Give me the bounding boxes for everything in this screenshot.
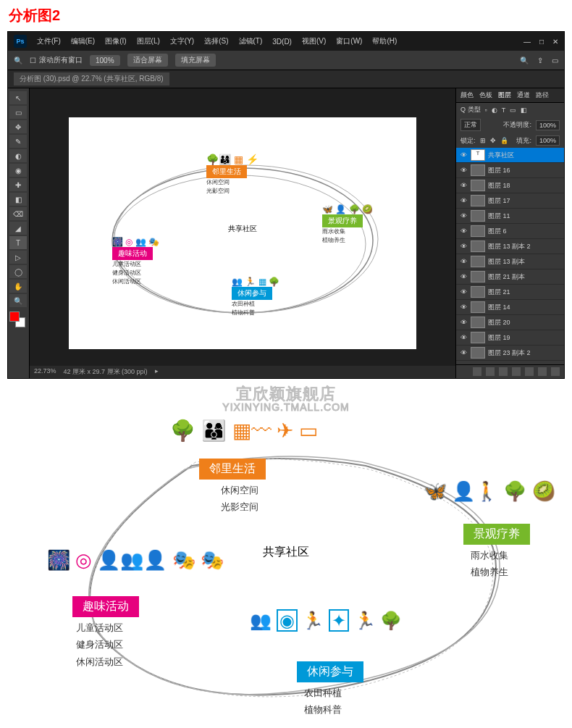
filter-type-icon[interactable]: T <box>502 106 506 114</box>
menu-file[interactable]: 文件(F) <box>37 36 61 46</box>
layer-name[interactable]: 图层 13 副本 <box>488 257 525 267</box>
layer-name[interactable]: 图层 16 <box>488 166 510 175</box>
layer-name[interactable]: 图层 18 <box>488 181 510 191</box>
adj-icon[interactable] <box>512 367 521 376</box>
layer-row[interactable]: 👁图层 16 <box>456 163 564 178</box>
layer-name[interactable]: 图层 17 <box>488 196 510 206</box>
maximize-icon[interactable]: □ <box>539 38 544 46</box>
tab-swatch[interactable]: 色板 <box>479 91 492 100</box>
layer-row[interactable]: 👁图层 11 <box>456 209 564 224</box>
blend-mode-select[interactable]: 正常 <box>460 119 481 131</box>
fit-screen-button[interactable]: 适合屏幕 <box>127 54 168 67</box>
visibility-icon[interactable]: 👁 <box>459 348 468 357</box>
visibility-icon[interactable]: 👁 <box>459 212 468 220</box>
filter-adj-icon[interactable]: ◐ <box>492 106 497 114</box>
scroll-all-windows-check[interactable]: ☐ 滚动所有窗口 <box>30 55 83 65</box>
menu-view[interactable]: 视图(V) <box>302 36 326 46</box>
visibility-icon[interactable]: 👁 <box>459 288 468 296</box>
layer-name[interactable]: 图层 14 <box>488 303 510 312</box>
visibility-icon[interactable]: 👁 <box>459 242 468 251</box>
layer-row[interactable]: 👁图层 21 <box>456 285 564 300</box>
layer-name[interactable]: 共享社区 <box>488 151 514 160</box>
tool-hand[interactable]: ✋ <box>9 280 27 293</box>
menu-3d[interactable]: 3D(D) <box>272 38 292 46</box>
layer-name[interactable]: 图层 21 副本 <box>488 272 525 282</box>
tool-zoom[interactable]: 🔍 <box>9 294 27 307</box>
fx-icon[interactable] <box>486 367 495 376</box>
visibility-icon[interactable]: 👁 <box>459 227 468 235</box>
layer-row[interactable]: 👁图层 23 副本 2 <box>456 346 564 361</box>
zoom-100-button[interactable]: 100% <box>90 55 120 66</box>
canvas-area[interactable]: 🌳👨‍👩‍👦 ▦ ⚡ 邻里生活 休闲空间 光影空间 🎆 ◎ 👥 🎭 趣味活动 儿… <box>30 88 455 378</box>
tool-type[interactable]: T <box>9 236 27 249</box>
visibility-icon[interactable]: 👁 <box>459 166 468 175</box>
layer-name[interactable]: 图层 21 <box>488 288 510 297</box>
lock-all-icon[interactable]: ⊞ <box>480 137 486 144</box>
share-icon[interactable]: ⇪ <box>537 57 543 64</box>
filter-smart-icon[interactable]: ◧ <box>521 106 527 114</box>
layer-row-active[interactable]: 👁 T 共享社区 <box>456 148 564 163</box>
tool-lasso[interactable]: ✥ <box>9 120 27 133</box>
menu-filter[interactable]: 滤镜(T) <box>239 36 263 46</box>
tool-heal[interactable]: ✚ <box>9 178 27 191</box>
zoom-readout[interactable]: 22.73% <box>34 367 56 377</box>
visibility-icon[interactable]: 👁 <box>459 333 468 342</box>
menu-edit[interactable]: 编辑(E) <box>71 36 95 46</box>
layer-row[interactable]: 👁图层 14 <box>456 300 564 315</box>
layer-row[interactable]: 👁图层 19 <box>456 330 564 346</box>
layer-name[interactable]: 图层 11 <box>488 212 510 221</box>
tool-eraser[interactable]: ⌫ <box>9 207 27 220</box>
workspace-icon[interactable]: ▭ <box>552 57 558 64</box>
layer-row[interactable]: 👁图层 18 <box>456 178 564 193</box>
fill-input[interactable]: 100% <box>536 135 560 146</box>
lock-pos-icon[interactable]: ✥ <box>490 137 496 144</box>
visibility-icon[interactable]: 👁 <box>459 181 468 190</box>
menu-layer[interactable]: 图层(L) <box>137 36 160 46</box>
tool-move[interactable]: ↖ <box>9 91 27 104</box>
group-icon[interactable] <box>525 367 534 376</box>
search-icon[interactable]: 🔍 <box>520 57 529 64</box>
menu-image[interactable]: 图像(I) <box>105 36 126 46</box>
layer-row[interactable]: 👁图层 13 副本 <box>456 254 564 269</box>
visibility-icon[interactable]: 👁 <box>459 272 468 281</box>
layer-row[interactable]: 👁图层 21 副本 <box>456 269 564 285</box>
layer-name[interactable]: 图层 23 副本 2 <box>488 348 531 358</box>
filter-shape-icon[interactable]: ▭ <box>510 106 516 114</box>
menu-help[interactable]: 帮助(H) <box>372 36 397 46</box>
opacity-input[interactable]: 100% <box>536 120 560 130</box>
tool-brush[interactable]: ◧ <box>9 193 27 206</box>
fill-screen-button[interactable]: 填充屏幕 <box>175 54 216 67</box>
trash-icon[interactable] <box>551 367 560 376</box>
layer-name[interactable]: 图层 13 副本 2 <box>488 242 531 251</box>
minimize-icon[interactable]: — <box>523 38 531 46</box>
tool-gradient[interactable]: ◢ <box>9 222 27 235</box>
tab-color[interactable]: 颜色 <box>460 91 474 100</box>
layer-name[interactable]: 图层 19 <box>488 333 510 343</box>
tool-marquee[interactable]: ▭ <box>9 106 27 119</box>
visibility-icon[interactable]: 👁 <box>459 257 468 266</box>
tool-eyedrop[interactable]: ◉ <box>9 164 27 177</box>
lock-pad-icon[interactable]: 🔒 <box>500 137 508 144</box>
menu-select[interactable]: 选择(S) <box>204 36 228 46</box>
tab-channels[interactable]: 通道 <box>517 91 530 100</box>
layer-row[interactable]: 👁图层 20 <box>456 315 564 330</box>
link-layers-icon[interactable] <box>473 367 481 376</box>
new-layer-icon[interactable] <box>538 367 547 376</box>
tool-pen[interactable]: ▷ <box>9 251 27 264</box>
status-chevron-icon[interactable]: ▸ <box>155 367 159 377</box>
filter-img-icon[interactable]: ▫ <box>485 106 487 114</box>
visibility-icon[interactable]: 👁 <box>459 151 468 159</box>
mask-icon[interactable] <box>499 367 508 376</box>
menu-window[interactable]: 窗口(W) <box>336 36 362 46</box>
tool-crop[interactable]: ◐ <box>9 149 27 162</box>
tab-layers[interactable]: 图层 <box>498 91 511 100</box>
close-icon[interactable]: ✕ <box>552 38 558 46</box>
tool-wand[interactable]: ✎ <box>9 135 27 148</box>
layer-row[interactable]: 👁图层 13 副本 2 <box>456 239 564 254</box>
tool-shape[interactable]: ◯ <box>9 265 27 278</box>
document-tab[interactable]: 分析图 (30).psd @ 22.7% (共享社区, RGB/8) <box>14 72 169 85</box>
layers-list[interactable]: 👁 T 共享社区 👁图层 16👁图层 18👁图层 17👁图层 11👁图层 6👁图… <box>456 148 564 364</box>
visibility-icon[interactable]: 👁 <box>459 303 468 311</box>
tab-paths[interactable]: 路径 <box>536 91 549 100</box>
visibility-icon[interactable]: 👁 <box>459 196 468 205</box>
